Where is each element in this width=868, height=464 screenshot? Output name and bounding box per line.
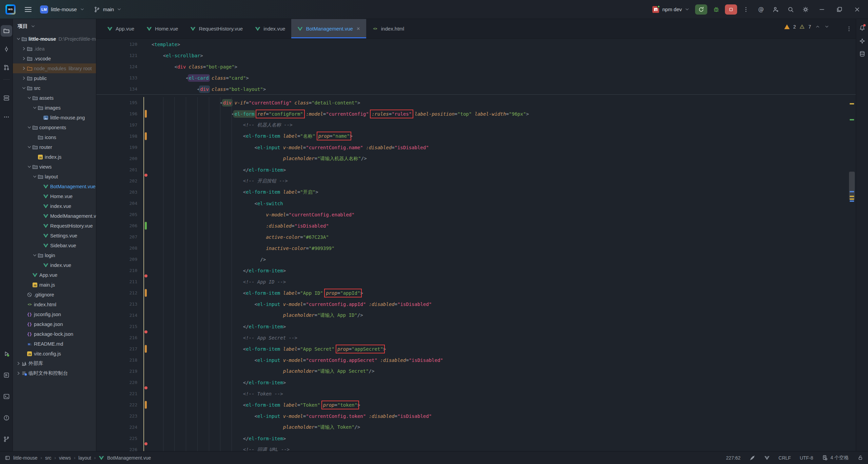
more-tools-icon[interactable] — [1, 111, 12, 123]
tree-item-Home.vue[interactable]: Home.vue — [13, 191, 96, 201]
line-number[interactable]: 226 — [96, 447, 142, 451]
rerun-button[interactable] — [695, 4, 707, 15]
code-line-226[interactable]: 226 <!-- 回调 URL --> — [96, 444, 856, 451]
code-line-124[interactable]: 124 <div class="bot-page"> — [96, 61, 856, 72]
breadcrumb-file[interactable]: BotManagement.vue — [107, 455, 151, 461]
tree-item-assets[interactable]: assets — [13, 93, 96, 103]
code-line-218[interactable]: 218 <el-input v-model="currentConfig.app… — [96, 354, 856, 366]
readonly-toggle-widget[interactable] — [857, 455, 863, 461]
commit-tool-icon[interactable] — [1, 43, 12, 55]
error-stripe-mark[interactable] — [850, 196, 854, 197]
line-number[interactable]: 202 — [96, 178, 142, 183]
chevron-down-icon[interactable] — [32, 253, 38, 258]
code-line-208[interactable]: 208 inactive-color="#909399" — [96, 243, 856, 254]
tree-item-index.js[interactable]: JSindex.js — [13, 152, 96, 162]
maximize-button[interactable] — [832, 4, 847, 15]
tab-index.vue[interactable]: index.vue — [249, 19, 291, 38]
services-tool-icon[interactable] — [1, 369, 12, 381]
line-number[interactable]: 121 — [96, 53, 142, 58]
line-number[interactable]: 134 — [96, 86, 142, 92]
code-editor[interactable]: 120<template>121 <el-scrollbar>124 <div … — [96, 39, 856, 451]
inspections-toggle-widget[interactable] — [749, 455, 755, 461]
code-line-200[interactable]: 200 placeholder="请输入机器人名称"/> — [96, 153, 856, 164]
error-stripe-mark[interactable] — [850, 198, 854, 200]
line-number[interactable]: 221 — [96, 391, 142, 396]
tab-options-icon[interactable] — [846, 25, 852, 32]
error-stripe[interactable] — [849, 39, 855, 451]
code-line-211[interactable]: 211 <!-- App ID --> — [96, 276, 856, 287]
line-number[interactable]: 217 — [96, 346, 142, 351]
breadcrumb-item[interactable]: layout — [78, 455, 91, 461]
chevron-down-icon[interactable] — [32, 105, 38, 110]
tree-item-layout[interactable]: layout — [13, 172, 96, 181]
code-line-197[interactable]: 197 <!-- 机器人名称 --> — [96, 119, 856, 131]
line-number[interactable]: 133 — [96, 75, 142, 80]
chevron-right-icon[interactable] — [21, 56, 27, 61]
line-number[interactable]: 214 — [96, 313, 142, 318]
tree-item-package.json[interactable]: {}package.json — [13, 319, 96, 329]
debug-button[interactable] — [710, 4, 722, 15]
project-tool-icon[interactable] — [1, 25, 12, 37]
line-number[interactable]: 205 — [96, 212, 142, 217]
line-number[interactable]: 120 — [96, 42, 142, 47]
code-line-214[interactable]: 214 placeholder="请输入 App ID"/> — [96, 310, 856, 321]
tree-item-views[interactable]: views — [13, 162, 96, 172]
line-number[interactable]: 222 — [96, 402, 142, 407]
chevron-down-icon[interactable] — [26, 144, 32, 150]
code-line-217[interactable]: 217 <el-form-item label="App Secret" pro… — [96, 343, 856, 354]
code-line-201[interactable]: 201 </el-form-item> — [96, 164, 856, 175]
tree-item-images[interactable]: images — [13, 103, 96, 113]
ai-assistant-icon[interactable] — [856, 35, 868, 47]
code-line-121[interactable]: 121 <el-scrollbar> — [96, 50, 856, 61]
tree-item-BotManagement.vue[interactable]: BotManagement.vue — [13, 181, 96, 191]
chevron-right-icon[interactable] — [21, 46, 27, 51]
tree-item-Settings.vue[interactable]: Settings.vue — [13, 231, 96, 240]
run-configuration-widget[interactable]: npm dev — [649, 4, 692, 15]
line-number[interactable]: 206 — [96, 223, 142, 228]
tree-item-外部库[interactable]: 外部库 — [13, 359, 96, 368]
tree-item-RequestHistory.vue[interactable]: RequestHistory.vue — [13, 221, 96, 231]
tree-item-App.vue[interactable]: App.vue — [13, 270, 96, 280]
close-tab-icon[interactable]: × — [357, 25, 360, 32]
line-number[interactable]: 197 — [96, 122, 142, 128]
code-line-225[interactable]: 225 </el-form-item> — [96, 433, 856, 444]
tree-item-public[interactable]: public — [13, 73, 96, 83]
code-line-134[interactable]: 134 <div class="bot-layout"> — [96, 83, 856, 95]
error-stripe-mark[interactable] — [850, 119, 854, 120]
line-number[interactable]: 213 — [96, 302, 142, 307]
tree-item-index.vue[interactable]: index.vue — [13, 260, 96, 270]
code-line-203[interactable]: 203 <el-form-item label="开启"> — [96, 187, 856, 198]
code-line-199[interactable]: 199 <el-input v-model="currentConfig.nam… — [96, 142, 856, 153]
line-number[interactable]: 224 — [96, 425, 142, 430]
tree-item-login[interactable]: login — [13, 250, 96, 260]
inspections-widget[interactable]: 2 7 — [784, 24, 829, 30]
tree-item-README.md[interactable]: M↓README.md — [13, 339, 96, 349]
chevron-right-icon[interactable] — [16, 371, 21, 376]
line-number[interactable]: 209 — [96, 257, 142, 262]
tree-item-.vscode[interactable]: .vscode — [13, 54, 96, 63]
code-line-120[interactable]: 120<template> — [96, 39, 856, 50]
code-line-196[interactable]: 196 <el-form ref="configForm" :model="cu… — [96, 108, 856, 119]
pull-requests-tool-icon[interactable] — [1, 62, 12, 73]
tab-Home.vue[interactable]: Home.vue — [140, 19, 184, 38]
terminal-tool-icon[interactable] — [1, 391, 12, 402]
code-with-me-button[interactable] — [770, 4, 782, 15]
chevron-down-icon[interactable] — [21, 85, 27, 91]
stop-button[interactable] — [725, 4, 737, 15]
tree-item-jsconfig.json[interactable]: {}jsconfig.json — [13, 309, 96, 319]
search-everywhere-button[interactable] — [785, 4, 797, 15]
code-line-202[interactable]: 202 <!-- 开启按钮 --> — [96, 175, 856, 187]
error-stripe-mark[interactable] — [850, 200, 854, 202]
vue-status-widget[interactable] — [764, 455, 770, 461]
line-number[interactable]: 208 — [96, 246, 142, 251]
code-line-198[interactable]: 198 <el-form-item label="名称" prop="name"… — [96, 131, 856, 142]
line-number[interactable]: 216 — [96, 335, 142, 340]
tab-RequestHistory.vue[interactable]: RequestHistory.vue — [184, 19, 249, 38]
previous-problem-icon[interactable] — [815, 24, 820, 29]
breadcrumb-item[interactable]: little-mouse — [13, 455, 38, 461]
chevron-down-icon[interactable] — [32, 174, 38, 179]
code-line-219[interactable]: 219 placeholder="请输入 App Secret"/> — [96, 366, 856, 377]
encoding-widget[interactable]: UTF-8 — [800, 455, 813, 461]
chevron-down-icon[interactable] — [26, 125, 32, 130]
notifications-bell-icon[interactable] — [856, 22, 868, 34]
